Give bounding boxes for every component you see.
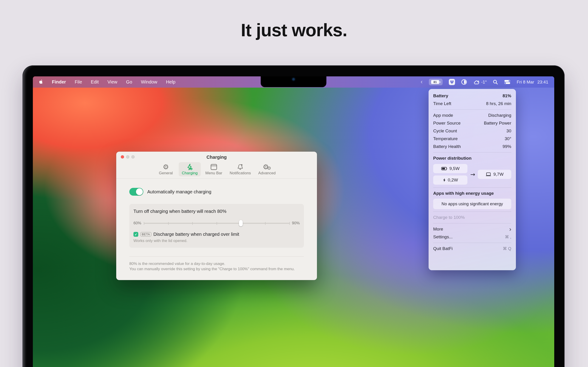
menu-item-more[interactable]: More › — [429, 225, 516, 233]
chevron-right-icon: › — [509, 227, 511, 232]
window-titlebar: Charging — [116, 152, 317, 162]
auto-manage-charging-toggle[interactable] — [129, 188, 143, 196]
page-title: It just works. — [0, 0, 588, 41]
tab-notifications[interactable]: Notifications — [227, 162, 254, 176]
batfi-battery-menu-extra[interactable]: 81 — [429, 79, 443, 85]
power-distribution-header: Power distribution — [429, 154, 516, 162]
menu-item-file[interactable]: File — [75, 79, 82, 85]
slider-tick — [289, 222, 290, 225]
power-distribution-diagram: 9,5W 0,2W → 9,7W — [429, 162, 516, 186]
power-distribution-title: Power distribution — [433, 156, 472, 161]
stat-row-battery-health: Battery Health 99% — [429, 143, 516, 150]
apps-energy-title: Apps with high energy usage — [433, 191, 494, 196]
macbook-frame: Finder File Edit View Go Window Help ‹ 8… — [23, 65, 565, 367]
stat-value: 30 — [506, 128, 511, 133]
charge-limit-slider[interactable] — [144, 220, 289, 227]
menu-item-go[interactable]: Go — [126, 79, 132, 85]
stat-row-cycle-count: Cycle Count 30 — [429, 127, 516, 135]
minimize-button[interactable] — [126, 155, 129, 158]
apple-menu-icon[interactable] — [39, 79, 43, 85]
menu-item-settings[interactable]: Settings... ⌘ , — [429, 233, 516, 241]
menu-item-window[interactable]: Window — [141, 79, 157, 85]
battery-watts-value: 9,5W — [450, 166, 460, 171]
system-watts-value: 9,7W — [493, 172, 503, 177]
menu-bar-clock[interactable]: Fri 8 Mar 23:41 — [517, 80, 548, 85]
spotlight-search-icon[interactable] — [493, 80, 498, 85]
weather-status-item[interactable]: -1° — [473, 80, 487, 85]
divider — [433, 187, 511, 188]
time-left-value: 8 hrs, 26 min — [486, 101, 511, 106]
camera-icon — [293, 78, 295, 80]
tab-label: Notifications — [230, 171, 251, 175]
hidden-status-items-chevron-icon[interactable]: ‹ — [421, 79, 423, 85]
divider — [433, 243, 511, 243]
stat-row-power-source: Power Source Battery Power — [429, 119, 516, 127]
menu-item-edit[interactable]: Edit — [91, 79, 99, 85]
settings-label: Settings... — [433, 234, 453, 240]
adapter-watts-value: 0,2W — [448, 177, 458, 183]
stat-value: Discharging — [488, 113, 511, 118]
stat-value: 99% — [502, 144, 511, 149]
slider-tick — [216, 222, 217, 225]
footer-line-2: You can manually override this setting b… — [129, 267, 304, 272]
temperature-reading: -1° — [481, 80, 487, 85]
menu-item-view[interactable]: View — [107, 79, 117, 85]
slider-tick — [168, 222, 169, 225]
divider — [433, 109, 511, 110]
quit-label: Quit BatFi — [433, 246, 452, 251]
display-notch — [261, 76, 326, 87]
settings-shortcut: ⌘ , — [505, 234, 511, 240]
tab-charging[interactable]: A Charging — [179, 162, 201, 176]
laptop-icon — [485, 173, 491, 176]
tab-label: Menu Bar — [205, 171, 222, 175]
time-left-row: Time Left 8 hrs, 26 min — [429, 100, 516, 108]
arrow-right-icon: → — [470, 171, 475, 178]
stat-value: Battery Power — [484, 121, 511, 126]
stat-label: Battery Health — [433, 144, 461, 149]
discharge-note: Works only with the lid opened. — [133, 239, 300, 243]
stat-label: Temperature — [433, 136, 458, 141]
contrast-icon[interactable] — [461, 79, 467, 85]
adapter-watts-badge: 0,2W — [433, 175, 467, 185]
batfi-menu-panel: Battery 81% Time Left 8 hrs, 26 min App … — [429, 89, 516, 270]
divider — [433, 223, 511, 223]
stat-label: Cycle Count — [433, 128, 457, 133]
auto-manage-charging-label: Automatically manage charging — [147, 189, 211, 194]
slider-tick — [192, 222, 193, 225]
slider-tick — [144, 222, 144, 225]
charge-to-100-label: Charge to 100% — [433, 215, 465, 220]
charging-settings-window: Charging ⚙ General A Charging — [116, 152, 317, 280]
charge-limit-group: Turn off charging when battery will reac… — [129, 204, 304, 248]
menu-item-help[interactable]: Help — [166, 79, 175, 85]
menu-item-finder[interactable]: Finder — [52, 79, 66, 85]
menu-item-quit-batfi[interactable]: Quit BatFi ⌘ Q — [429, 245, 516, 252]
discharge-label: Discharge battery when charged over limi… — [153, 232, 239, 237]
stat-row-app-mode: App mode Discharging — [429, 111, 516, 119]
discharge-checkbox[interactable]: ✓ — [133, 232, 138, 237]
close-button[interactable] — [121, 155, 124, 158]
stat-value: 30° — [505, 136, 511, 141]
menu-bar-icon — [211, 164, 217, 170]
tab-menu-bar[interactable]: Menu Bar — [203, 162, 225, 176]
charge-limit-title: Turn off charging when battery will reac… — [133, 209, 300, 214]
tab-general[interactable]: ⚙ General — [155, 162, 177, 176]
settings-toolbar: ⚙ General A Charging — [116, 162, 317, 178]
slider-thumb[interactable] — [239, 220, 243, 226]
menu-item-charge-to-100[interactable]: Charge to 100% — [429, 214, 516, 221]
battery-icon: 81 — [431, 80, 439, 84]
tab-advanced[interactable]: ⚙⚙ Advanced — [255, 162, 278, 176]
battery-percent-value: 81% — [502, 93, 511, 98]
tab-label: Advanced — [258, 171, 276, 175]
quit-shortcut: ⌘ Q — [503, 246, 511, 251]
more-label: More — [433, 227, 443, 232]
usb-power-icon[interactable]: Ψ — [449, 79, 455, 85]
bell-icon — [237, 164, 243, 170]
control-center-icon[interactable] — [504, 80, 510, 84]
slider-tick — [265, 222, 266, 225]
battery-watts-badge: 9,5W — [433, 164, 467, 173]
no-apps-energy-badge: No apps using significant energy — [433, 199, 511, 209]
apps-energy-header: Apps with high energy usage — [429, 190, 516, 197]
svg-text:A: A — [190, 168, 192, 170]
date-label: Fri 8 Mar — [517, 80, 534, 85]
zoom-button[interactable] — [131, 155, 135, 158]
